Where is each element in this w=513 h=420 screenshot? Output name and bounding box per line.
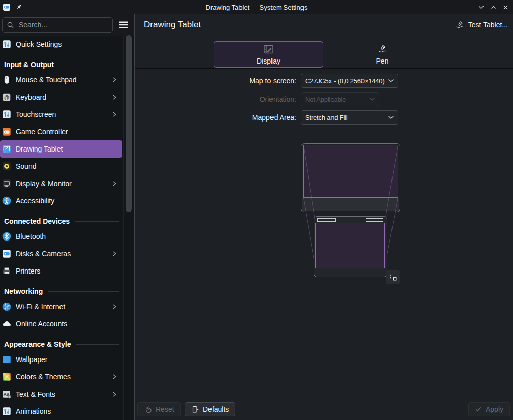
mapped-area-dropdown[interactable]: Stretch and Fill [301, 110, 398, 125]
wifi-internet-icon [2, 302, 12, 312]
orientation-label: Orientation: [135, 92, 296, 106]
sidebar-item-keyboard[interactable]: @Keyboard [0, 88, 122, 106]
footer-bar: Reset Defaults Apply [135, 399, 513, 420]
sidebar-item-mouse-touchpad[interactable]: Mouse & Touchpad [0, 71, 122, 88]
sidebar-item-display-monitor[interactable]: Display & Monitor [0, 175, 122, 192]
sidebar-item-wallpaper[interactable]: Wallpaper [0, 351, 122, 368]
sidebar-item-wifi-internet[interactable]: Wi-Fi & Internet [0, 298, 122, 315]
tab-pen[interactable]: Pen [327, 41, 437, 68]
titlebar: Drawing Tablet — System Settings [0, 0, 513, 14]
search-field[interactable] [2, 17, 113, 33]
close-icon[interactable] [502, 4, 509, 11]
tablet-active-area[interactable] [316, 223, 385, 268]
display-tab-icon [263, 44, 274, 55]
fit-area-button[interactable] [386, 270, 400, 284]
tablet-mapping-visualization [287, 137, 414, 290]
sidebar-section-appearance-style: Appearance & Style [0, 333, 122, 351]
section-rule [59, 65, 119, 65]
sidebar: Quick SettingsInput & OutputMouse & Touc… [0, 14, 134, 420]
wallpaper-icon [2, 354, 12, 365]
content-pane: Drawing Tablet Test Tablet... Display Pe… [135, 14, 513, 420]
apply-button: Apply [468, 402, 510, 416]
chevron-right-icon [111, 303, 117, 310]
sidebar-item-disks-cameras[interactable]: Disks & Cameras [0, 245, 122, 262]
chevron-right-icon [111, 373, 117, 380]
svg-text:@: @ [4, 95, 9, 100]
drawing-tablet-icon [2, 144, 12, 154]
search-icon [7, 21, 14, 29]
sidebar-section-connected-devices: Connected Devices [0, 209, 122, 228]
disks-cameras-icon [2, 249, 12, 259]
chevron-right-icon [111, 250, 117, 257]
sidebar-list: Quick SettingsInput & OutputMouse & Touc… [0, 36, 122, 420]
header-separator [0, 36, 513, 36]
pen-icon [455, 20, 465, 30]
page-title: Drawing Tablet [144, 14, 201, 36]
sidebar-item-sound[interactable]: Sound [0, 158, 122, 175]
sidebar-item-quick-settings[interactable]: Quick Settings [0, 36, 122, 53]
tabbar-separator [135, 68, 513, 69]
chevron-right-icon [111, 94, 117, 101]
chevron-right-icon [111, 111, 117, 118]
quick-settings-icon [2, 39, 12, 49]
defaults-icon [191, 405, 199, 413]
window-title: Drawing Tablet — System Settings [0, 0, 513, 14]
defaults-button[interactable]: Defaults [185, 402, 235, 416]
scrollbar-track [123, 36, 124, 420]
text-fonts-icon: Aaa [2, 389, 12, 399]
chevron-down-icon [388, 115, 394, 119]
mapped-area-label: Mapped Area: [135, 110, 296, 125]
sidebar-header [0, 14, 134, 36]
undo-icon [144, 405, 152, 413]
online-accounts-icon [2, 319, 12, 329]
menu-button[interactable] [116, 18, 131, 32]
chevron-right-icon [111, 76, 117, 83]
sidebar-item-text-fonts[interactable]: AaaText & Fonts [0, 385, 122, 403]
map-to-screen-label: Map to screen: [135, 74, 296, 88]
sidebar-section-input-output: Input & Output [0, 53, 122, 71]
touchscreen-icon [2, 109, 12, 119]
orientation-dropdown: Not Applicable [301, 92, 379, 106]
chevron-down-icon [388, 79, 394, 83]
reset-button: Reset [137, 402, 181, 416]
display-monitor-icon [2, 178, 12, 189]
chevron-right-icon [111, 391, 117, 398]
sidebar-item-touchscreen[interactable]: Touchscreen [0, 106, 122, 123]
sidebar-item-printers[interactable]: Printers [0, 262, 122, 280]
sidebar-section-networking: Networking [0, 280, 122, 298]
sound-icon [2, 161, 12, 171]
chevron-down-icon [369, 97, 375, 101]
screen-unmapped-strip [302, 198, 399, 211]
maximize-icon[interactable] [490, 4, 497, 11]
search-input[interactable] [18, 20, 96, 29]
keyboard-icon: @ [2, 92, 12, 102]
check-icon [475, 406, 482, 413]
accessibility-icon [2, 196, 12, 206]
mouse-touchpad-icon [2, 75, 12, 85]
sidebar-item-colors-themes[interactable]: Colors & Themes [0, 368, 122, 385]
game-controller-icon [2, 127, 12, 137]
scrollbar-thumb[interactable] [126, 35, 132, 212]
tabbar: Display Pen [135, 36, 513, 68]
section-rule [75, 221, 119, 222]
section-rule [48, 291, 119, 292]
sidebar-item-accessibility[interactable]: Accessibility [0, 192, 122, 209]
sidebar-item-bluetooth[interactable]: Bluetooth [0, 228, 122, 245]
bluetooth-icon [2, 231, 12, 242]
printers-icon [2, 266, 12, 276]
chevron-right-icon [111, 180, 117, 187]
tab-display[interactable]: Display [214, 41, 323, 68]
shade-icon[interactable] [478, 4, 485, 11]
animations-icon [2, 406, 12, 416]
sidebar-item-drawing-tablet[interactable]: Drawing Tablet [0, 140, 122, 158]
colors-themes-icon [2, 372, 12, 382]
map-to-screen-dropdown[interactable]: C27JG5x - (0,0 2560×1440) [301, 74, 398, 88]
section-rule [76, 344, 119, 345]
sidebar-item-online-accounts[interactable]: Online Accounts [0, 315, 122, 333]
pen-icon [377, 44, 388, 55]
sidebar-item-animations[interactable]: Animations [0, 403, 122, 420]
test-tablet-button[interactable]: Test Tablet... [451, 17, 511, 33]
sidebar-item-game-controller[interactable]: Game Controller [0, 123, 122, 140]
screen-mapped-area [304, 145, 398, 198]
